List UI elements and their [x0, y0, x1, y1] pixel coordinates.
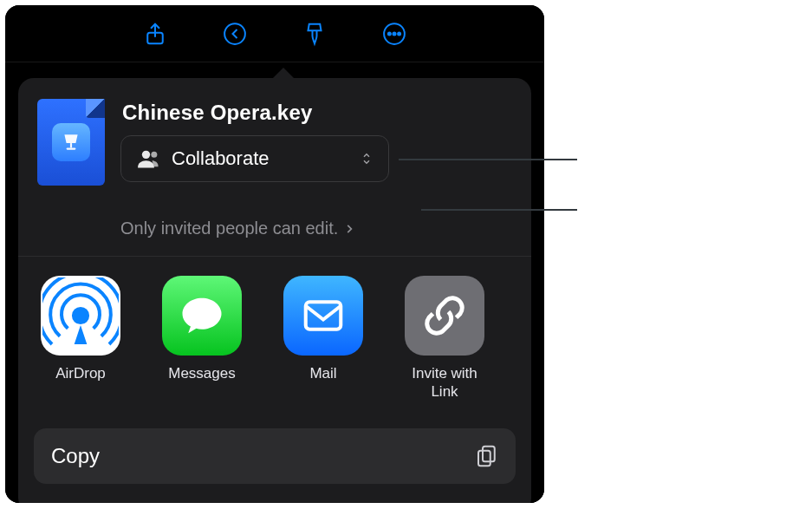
- svg-point-8: [142, 151, 150, 159]
- svg-point-9: [151, 152, 157, 158]
- link-icon: [421, 292, 468, 339]
- copy-action[interactable]: Copy: [34, 428, 516, 484]
- divider: [18, 256, 531, 257]
- svg-point-5: [398, 32, 400, 35]
- collaborate-label: Collaborate: [172, 147, 348, 170]
- svg-point-10: [74, 309, 88, 323]
- share-targets-row: AirDrop Messages M: [34, 272, 516, 411]
- share-target-label: Messages: [168, 364, 235, 402]
- format-brush-icon: [302, 21, 328, 47]
- document-thumbnail: [37, 99, 105, 186]
- share-permissions-row[interactable]: Only invited people can edit.: [34, 217, 516, 238]
- share-target-label: Mail: [309, 364, 336, 402]
- permissions-summary: Only invited people can edit.: [120, 219, 338, 238]
- svg-rect-7: [67, 148, 76, 150]
- popover-backdrop: Chinese Opera.key Collaborate Only in: [5, 62, 544, 503]
- share-target-invite-with-link[interactable]: Invite with Link: [405, 276, 484, 402]
- more-button[interactable]: [380, 19, 409, 49]
- share-target-mail[interactable]: Mail: [283, 276, 363, 402]
- callout-line: [421, 209, 577, 211]
- svg-rect-6: [70, 143, 72, 147]
- share-sheet: Chinese Opera.key Collaborate Only in: [18, 78, 531, 503]
- mail-icon: [300, 292, 347, 339]
- keynote-app-icon: [60, 131, 82, 153]
- svg-point-3: [388, 32, 391, 35]
- copy-icon: [474, 443, 500, 469]
- share-button[interactable]: [140, 19, 170, 49]
- svg-rect-13: [478, 451, 490, 467]
- app-window: Chinese Opera.key Collaborate Only in: [5, 5, 544, 503]
- undo-button[interactable]: [220, 19, 250, 49]
- undo-icon: [222, 21, 248, 47]
- copy-label: Copy: [51, 444, 100, 468]
- callout-line: [399, 159, 577, 160]
- messages-icon: [179, 292, 225, 339]
- collaborate-mode-selector[interactable]: Collaborate: [120, 135, 389, 182]
- svg-rect-12: [483, 447, 495, 462]
- format-button[interactable]: [300, 19, 329, 49]
- share-target-messages[interactable]: Messages: [162, 276, 242, 402]
- people-icon: [137, 147, 161, 171]
- share-target-label: Invite with Link: [405, 364, 484, 402]
- svg-point-4: [393, 32, 396, 35]
- share-icon: [142, 21, 168, 47]
- svg-point-1: [224, 23, 245, 44]
- chevron-right-icon: [343, 223, 355, 235]
- document-filename: Chinese Opera.key: [122, 101, 512, 125]
- toolbar: [5, 5, 544, 62]
- share-target-label: AirDrop: [55, 364, 106, 402]
- airdrop-icon: [42, 277, 119, 354]
- up-down-chevron-icon: [359, 151, 374, 166]
- share-sheet-header: Chinese Opera.key Collaborate: [34, 94, 516, 201]
- share-target-airdrop[interactable]: AirDrop: [41, 276, 120, 402]
- svg-rect-11: [306, 302, 341, 330]
- more-menu-icon: [381, 21, 407, 47]
